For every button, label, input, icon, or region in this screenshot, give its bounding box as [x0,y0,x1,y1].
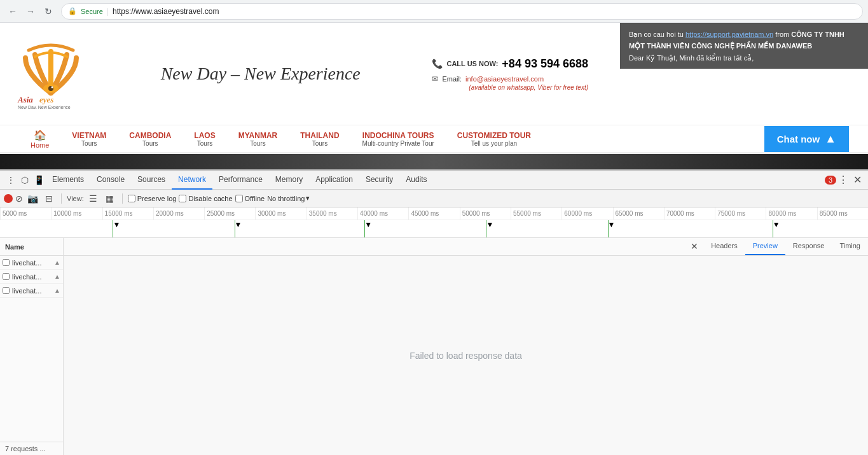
row1-expand-icon[interactable]: ▲ [54,259,60,266]
failed-message: Failed to load response data [410,351,522,361]
disable-cache-checkbox[interactable] [179,195,186,202]
nav-laos-sub: Tours [197,140,212,147]
browser-bar: ← → ↻ 🔒 Secure | https://www.asiaeyestra… [0,0,868,23]
row2-checkbox[interactable] [3,273,10,280]
offline-checkbox[interactable] [235,195,243,202]
logo-area: Asia eyes New Day. New Experience [13,39,89,109]
record-button[interactable] [4,194,13,203]
detail-tab-timing[interactable]: Timing [832,238,868,255]
nav-home[interactable]: 🏠 Home [19,127,60,151]
row3-expand-icon[interactable]: ▲ [54,287,60,294]
back-button[interactable]: ← [5,4,20,19]
tab-performance[interactable]: Performance [212,171,269,190]
chat-now-button[interactable]: Chat now ▲ [764,126,849,152]
nav-vietnam[interactable]: VIETNAM Tours [60,129,118,150]
row3-checkbox[interactable] [3,287,10,294]
throttle-selector[interactable]: No throttling ▾ [267,194,310,202]
preserve-log-checkbox[interactable] [128,195,135,202]
tab-console[interactable]: Console [90,171,131,190]
email-icon: ✉ [432,74,438,83]
nav-customized[interactable]: CUSTOMIZED TOUR Tell us your plan [446,129,542,150]
detail-close-button[interactable]: ✕ [685,238,703,255]
tab-elements[interactable]: Elements [46,171,90,190]
timeline-area: 5000 ms 10000 ms 15000 ms 20000 ms 25000… [0,207,868,238]
devtools-inspect-button[interactable]: ⬡ [18,173,32,187]
nav-indochina-sub: Multi-country Private Tour [362,140,434,147]
tick-15000: 15000 ms [102,207,153,220]
nav-customized-sub: Tell us your plan [471,140,517,147]
svg-point-2 [52,87,53,88]
devtools-dock-button[interactable]: ⋮ [4,173,18,187]
tab-audits[interactable]: Audits [399,171,433,190]
timeline-marker-6: ▼ [773,220,773,238]
tick-55000: 55000 ms [511,207,561,220]
popup-link[interactable]: https://support.pavietnam.vn [685,31,773,38]
website-area: Bạn co cau hoi tu https://support.paviet… [0,23,868,169]
logo-svg: Asia eyes New Day. New Experience [13,39,89,109]
reload-button[interactable]: ↻ [41,4,56,19]
timeline-marker-5: ▼ [608,220,609,238]
table-row[interactable]: livechat... ▲ [0,284,63,298]
nav-thailand[interactable]: THAILAND Tours [289,129,350,150]
devtools-device-button[interactable]: 📱 [32,173,46,187]
popup-text3: Dear Kỹ Thuật, Minh đã kiểm tra tất cả, [629,54,754,62]
svg-text:New Day. New Experience: New Day. New Experience [18,105,71,109]
row1-name: livechat... [12,259,52,267]
nav-vietnam-main: VIETNAM [72,131,106,140]
forward-button[interactable]: → [23,4,38,19]
nav-cambodia[interactable]: CAMBODIA Tours [118,129,183,150]
tick-70000: 70000 ms [664,207,715,220]
tab-network[interactable]: Network [172,171,212,190]
devtools-more-button[interactable]: ⋮ [836,173,850,187]
tab-sources[interactable]: Sources [131,171,172,190]
email-note: (available on whatsapp, Viber for free t… [469,84,588,91]
svg-text:eyes: eyes [39,95,53,104]
disable-cache-label[interactable]: Disable cache [179,195,232,202]
call-label: CALL US NOW: [446,60,498,67]
table-row[interactable]: livechat... ▲ [0,256,63,270]
detail-tab-response[interactable]: Response [785,238,832,255]
nav-laos[interactable]: LAOS Tours [183,129,226,150]
tick-60000: 60000 ms [561,207,612,220]
banner-strip [0,154,868,169]
devtools-panel: ⋮ ⬡ 📱 Elements Console Sources Network P… [0,169,868,455]
secure-label: Secure [81,8,103,15]
home-icon: 🏠 [34,129,46,141]
row2-name: livechat... [12,273,52,281]
nav-thailand-main: THAILAND [300,131,339,140]
row1-checkbox[interactable] [3,259,10,266]
nav-indochina[interactable]: INDOCHINA TOURS Multi-country Private To… [351,129,446,150]
nav-myanmar[interactable]: MYANMAR Tours [227,129,289,150]
timeline-marker-2: ▼ [235,220,235,238]
site-nav: 🏠 Home VIETNAM Tours CAMBODIA Tours LAOS… [0,125,868,154]
filter-button[interactable]: ⊟ [42,192,56,206]
nav-laos-main: LAOS [194,131,215,140]
tick-30000: 30000 ms [255,207,306,220]
tab-application[interactable]: Application [309,171,359,190]
table-row[interactable]: livechat... ▲ [0,270,63,284]
detail-tab-headers[interactable]: Headers [703,238,745,255]
capture-screenshots-button[interactable]: 📷 [25,192,39,206]
network-toolbar: ⊘ 📷 ⊟ View: ☰ ▦ Preserve log Disable cac… [0,190,868,207]
tick-75000: 75000 ms [715,207,766,220]
tab-security[interactable]: Security [359,171,399,190]
requests-summary: 7 requests ... [0,442,63,455]
name-column-header: Name [0,238,63,256]
devtools-close-button[interactable]: ✕ [850,173,864,187]
preserve-log-label[interactable]: Preserve log [128,195,177,202]
tick-10000: 10000 ms [51,207,102,220]
tab-memory[interactable]: Memory [269,171,309,190]
svg-text:Asia: Asia [17,95,33,104]
view-list-button[interactable]: ☰ [86,192,100,206]
email-address: info@asiaeyestravel.com [465,75,544,83]
detail-tab-preview[interactable]: Preview [745,238,785,255]
name-column: Name livechat... ▲ livechat... ▲ livecha… [0,238,64,455]
secure-icon: 🔒 [68,7,77,15]
view-waterfall-button[interactable]: ▦ [103,192,117,206]
toolbar-separator2 [122,193,123,204]
address-bar[interactable]: 🔒 Secure | https://www.asiaeyestravel.co… [61,3,863,20]
clear-button[interactable]: ⊘ [15,193,23,204]
row2-expand-icon[interactable]: ▲ [54,273,60,280]
contact-area: 📞 CALL US NOW: +84 93 594 6688 ✉ Email: … [432,57,588,91]
offline-label[interactable]: Offline [235,195,265,202]
